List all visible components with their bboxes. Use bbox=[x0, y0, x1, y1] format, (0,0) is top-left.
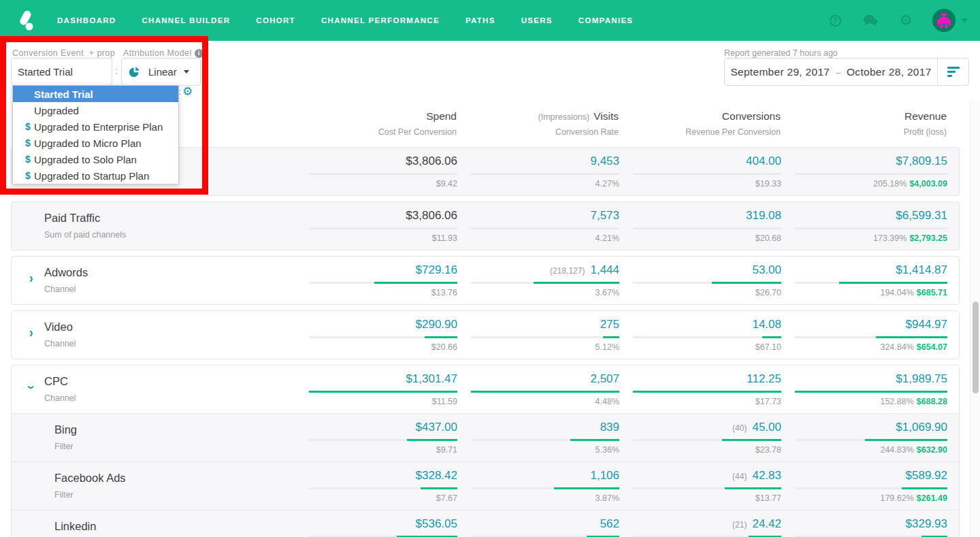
conversions-cell: (44)42.83 $13.77 bbox=[619, 469, 781, 503]
date-filter-icon[interactable] bbox=[937, 59, 968, 85]
conversion-event-label: Conversion Event + prop bbox=[12, 48, 115, 58]
assisted-count: (40) bbox=[732, 423, 747, 433]
revenue-cell: $1,069.90 244.83%$632.90 bbox=[781, 421, 947, 455]
revenue-cell: $7,809.15 205.18%$4,003.09 bbox=[781, 154, 947, 189]
row-settings-gear-icon[interactable]: ⚙ bbox=[182, 84, 193, 99]
add-prop-link[interactable]: + prop bbox=[89, 48, 115, 58]
dropdown-item-upgraded-solo[interactable]: $ Upgraded to Solo Plan bbox=[13, 151, 178, 167]
row-title: Video bbox=[44, 321, 295, 333]
conversions-cell: 112.25 $17.73 bbox=[619, 372, 781, 406]
conversions-cell: 14.08 $67.10 bbox=[619, 318, 781, 352]
expand-chevron-right-icon[interactable]: › bbox=[29, 270, 33, 287]
paid-traffic-card: Paid Traffic Sum of paid channels $3,806… bbox=[11, 201, 960, 250]
spend-cell: $729.16 $13.76 bbox=[295, 263, 457, 297]
nav-item-channel-builder[interactable]: CHANNEL BUILDER bbox=[142, 16, 230, 25]
adwords-card: › Adwords Channel $729.16 $13.76 (218,12… bbox=[11, 256, 960, 305]
row-subtitle: Channel bbox=[44, 339, 295, 348]
chat-icon[interactable] bbox=[863, 13, 878, 28]
report-generated-note: Report generated 7 hours ago bbox=[724, 48, 838, 58]
collapse-chevron-down-icon[interactable]: › bbox=[23, 385, 39, 389]
visits-cell: 839 5.36% bbox=[457, 421, 619, 455]
settings-gear-icon[interactable]: ⚙ bbox=[898, 13, 913, 28]
top-nav: DASHBOARD CHANNEL BUILDER COHORT CHANNEL… bbox=[0, 0, 980, 41]
dollar-icon: $ bbox=[25, 121, 31, 132]
nav-item-dashboard[interactable]: DASHBOARD bbox=[57, 16, 116, 25]
dropdown-item-upgraded[interactable]: Upgraded bbox=[13, 102, 178, 118]
help-icon[interactable]: ? bbox=[828, 13, 843, 28]
visits-cell: 2,507 4.48% bbox=[457, 372, 619, 406]
conversions-cell: (40)45.00 $23.78 bbox=[619, 421, 781, 455]
row-subtitle: Filter bbox=[54, 442, 295, 451]
nav-right-icons: ? ⚙ bbox=[807, 9, 968, 32]
visits-cell: (218,127)1,444 3.67% bbox=[457, 263, 619, 297]
visits-cell: 7,573 4.21% bbox=[457, 209, 619, 243]
row-subtitle: Channel bbox=[44, 284, 295, 294]
nav-item-users[interactable]: USERS bbox=[521, 16, 553, 25]
column-header-visits: (Impressions)Visits Conversion Rate bbox=[457, 110, 619, 135]
nav-item-paths[interactable]: PATHS bbox=[466, 16, 495, 25]
avatar-chevron-down-icon[interactable] bbox=[961, 18, 968, 22]
pie-chart-icon bbox=[129, 66, 140, 78]
dollar-icon: $ bbox=[25, 170, 31, 181]
conversion-event-input[interactable] bbox=[11, 58, 112, 86]
row-subtitle: Channel bbox=[44, 393, 295, 403]
conversion-event-dropdown: Started Trial Upgraded $ Upgraded to Ent… bbox=[12, 85, 179, 184]
assisted-count: (44) bbox=[732, 472, 747, 481]
dollar-icon: $ bbox=[25, 154, 31, 165]
revenue-cell: $1,989.75 152.88%$688.28 bbox=[781, 372, 947, 406]
dropdown-item-started-trial[interactable]: Started Trial bbox=[13, 86, 178, 102]
nav-item-cohort[interactable]: COHORT bbox=[256, 16, 295, 25]
attribution-model-label: Attribution Modeli bbox=[123, 48, 203, 58]
row-title: Bing bbox=[54, 423, 295, 436]
spend-cell: $328.42 $7.67 bbox=[295, 469, 457, 503]
attribution-model-select[interactable]: Linear bbox=[121, 58, 201, 86]
spend-cell: $437.00 $9.71 bbox=[295, 421, 457, 455]
spend-cell: $536.05 $21.95 bbox=[295, 517, 457, 537]
revenue-cell: $589.92 179.62%$261.49 bbox=[781, 469, 947, 503]
info-icon[interactable]: i bbox=[195, 49, 203, 58]
date-range-picker[interactable]: September 29, 2017 – October 28, 2017 bbox=[724, 58, 969, 86]
user-avatar[interactable] bbox=[932, 9, 956, 32]
visits-cell: 9,453 4.27% bbox=[457, 154, 619, 189]
model-chevron-down-icon bbox=[184, 70, 189, 74]
table-row: Bing Filter $437.00 $9.71 839 5.36% (40)… bbox=[12, 413, 959, 461]
nav-menu: DASHBOARD CHANNEL BUILDER COHORT CHANNEL… bbox=[57, 16, 659, 25]
conversions-cell: 319.08 $20.68 bbox=[619, 209, 781, 243]
dropdown-item-upgraded-enterprise[interactable]: $ Upgraded to Enterprise Plan bbox=[13, 118, 178, 135]
column-header-revenue: Revenue Profit (loss) bbox=[781, 110, 947, 135]
cpc-group-card: › CPC Channel $1,301.47 $11.59 2,507 4.4… bbox=[11, 365, 960, 537]
dollar-icon: $ bbox=[25, 137, 31, 148]
impressions-count: (218,127) bbox=[550, 266, 585, 276]
column-header-conversions: Conversions Revenue Per Conversion bbox=[619, 110, 781, 135]
visits-cell: 275 5.12% bbox=[457, 318, 619, 352]
row-subtitle: Filter bbox=[54, 490, 295, 500]
scrollbar-thumb[interactable] bbox=[973, 302, 979, 393]
conversions-cell: (21)24.42 $13.51 bbox=[619, 517, 781, 537]
visits-cell: 1,106 3.87% bbox=[457, 469, 619, 503]
expand-chevron-right-icon[interactable]: › bbox=[29, 325, 33, 341]
nav-item-channel-performance[interactable]: CHANNEL PERFORMANCE bbox=[321, 16, 440, 25]
dropdown-item-upgraded-startup[interactable]: $ Upgraded to Startup Plan bbox=[13, 167, 178, 184]
row-title: Linkedin bbox=[54, 520, 295, 533]
row-title: CPC bbox=[44, 375, 295, 388]
video-card: › Video Channel $290.90 $20.66 275 5.12%… bbox=[11, 310, 960, 359]
revenue-cell: $944.97 324.84%$654.07 bbox=[781, 318, 947, 352]
row-title: Paid Traffic bbox=[44, 212, 295, 225]
spend-cell: $3,806.06 $11.93 bbox=[295, 209, 457, 243]
nav-item-companies[interactable]: COMPANIES bbox=[578, 16, 634, 25]
column-header-spend: Spend Cost Per Conversion bbox=[295, 110, 457, 135]
visits-cell: 562 4.34% bbox=[457, 517, 619, 537]
dropdown-item-upgraded-micro[interactable]: $ Upgraded to Micro Plan bbox=[13, 135, 178, 151]
table-row: › Adwords Channel $729.16 $13.76 (218,12… bbox=[12, 257, 959, 304]
revenue-cell: $1,414.87 194.04%$685.71 bbox=[781, 263, 947, 297]
conversions-cell: 53.00 $26.70 bbox=[619, 263, 781, 297]
attribution-logo-icon[interactable] bbox=[14, 9, 37, 32]
spend-cell: $290.90 $20.66 bbox=[295, 318, 457, 352]
vertical-scrollbar bbox=[970, 101, 980, 537]
event-model-separator: : bbox=[115, 65, 118, 76]
revenue-cell: $329.93 61.55%-$206.12 bbox=[781, 517, 947, 537]
row-title: Facebook Ads bbox=[54, 472, 295, 485]
attribution-model-value: Linear bbox=[148, 66, 177, 78]
row-subtitle: Sum of paid channels bbox=[44, 230, 295, 240]
table-row: Paid Traffic Sum of paid channels $3,806… bbox=[12, 202, 959, 250]
